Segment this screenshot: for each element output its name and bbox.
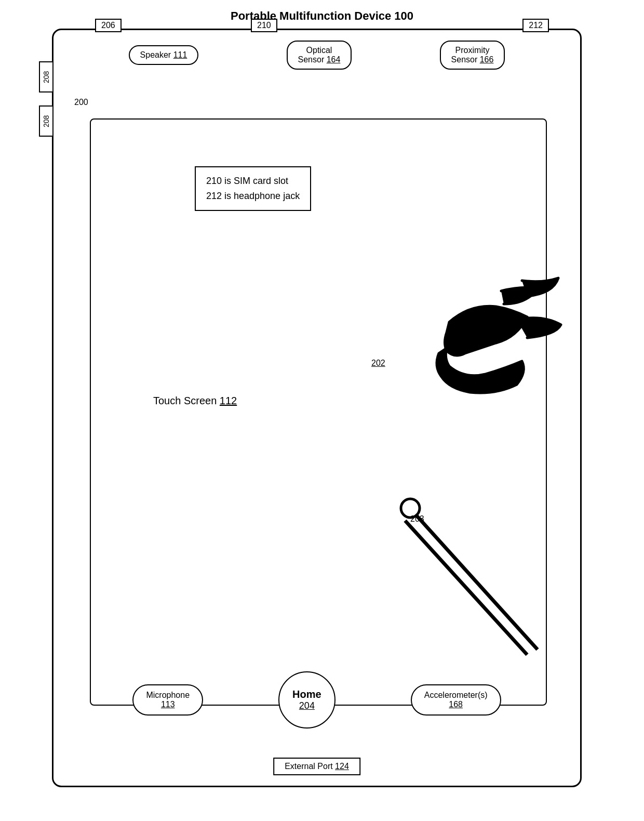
side-label-208-top: 208 (39, 61, 53, 92)
label-202: 202 (371, 359, 385, 368)
svg-line-2 (405, 521, 527, 655)
external-port: External Port 124 (273, 758, 360, 775)
annotation-line2: 212 is headphone jack (206, 191, 300, 201)
hand-gesture (366, 275, 564, 418)
stylus (371, 494, 548, 672)
device-outer-box: 206 210 212 208 208 200 Speaker 111 Opti… (52, 29, 582, 787)
optical-label: OpticalSensor 164 (298, 46, 341, 64)
accelerometer-label: Accelerometer(s)168 (424, 691, 488, 709)
home-label: Home (292, 688, 321, 700)
speaker-label: Speaker 111 (140, 50, 187, 59)
label-212: 212 (522, 19, 549, 32)
microphone-component: Microphone113 (132, 684, 203, 716)
accelerometer-component: Accelerometer(s)168 (411, 684, 501, 716)
label-200: 200 (74, 98, 88, 107)
proximity-label: ProximitySensor 166 (451, 46, 494, 64)
speaker-component: Speaker 111 (129, 45, 199, 65)
bottom-components-row: Microphone113 Home 204 Accelerometer(s)1… (53, 671, 580, 729)
top-components-row: Speaker 111 OpticalSensor 164 ProximityS… (53, 41, 580, 70)
side-label-208-bot: 208 (39, 105, 53, 137)
hand-gesture-svg (366, 275, 564, 416)
svg-line-1 (415, 514, 538, 650)
optical-sensor-component: OpticalSensor 164 (287, 41, 352, 70)
stylus-svg (371, 494, 548, 670)
annotation-box: 210 is SIM card slot 212 is headphone ja… (195, 166, 311, 211)
screen-inner-box: 210 is SIM card slot 212 is headphone ja… (90, 118, 547, 706)
microphone-label: Microphone113 (146, 691, 190, 709)
home-component: Home 204 (278, 671, 336, 729)
proximity-sensor-component: ProximitySensor 166 (440, 41, 505, 70)
label-210: 210 (251, 19, 277, 32)
external-port-label: External Port 124 (285, 762, 349, 771)
annotation-line1: 210 is SIM card slot (206, 176, 288, 186)
patent-diagram: Portable Multifunction Device 100 206 21… (0, 0, 644, 821)
touchscreen-label: Touch Screen 112 (153, 395, 237, 407)
label-203: 203 (410, 514, 424, 524)
label-206: 206 (95, 19, 122, 32)
home-number: 204 (299, 700, 315, 711)
touchscreen-text: Touch Screen 112 (153, 395, 237, 406)
